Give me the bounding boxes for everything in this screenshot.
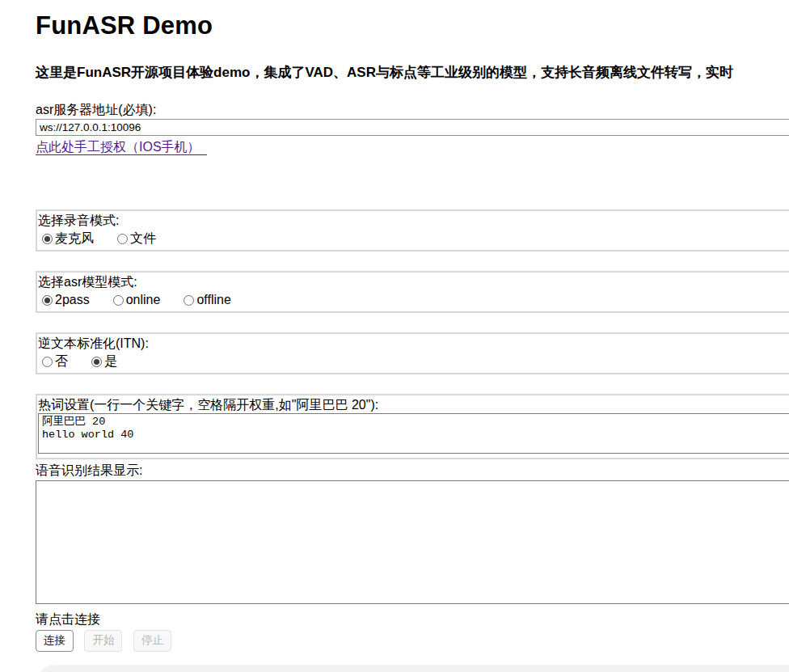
- rec-mode-section: 选择录音模式: 麦克风 文件: [36, 209, 789, 251]
- itn-options: 否 是: [37, 352, 789, 373]
- file-radio-label: 文件: [130, 230, 156, 247]
- control-buttons: 连接 开始 停止: [36, 630, 789, 652]
- radio-option-itn-no[interactable]: 否: [42, 353, 68, 370]
- connect-button[interactable]: 连接: [36, 630, 74, 652]
- mic-radio-label: 麦克风: [55, 230, 94, 247]
- itn-no-radio-icon[interactable]: [42, 357, 53, 367]
- result-label: 语音识别结果显示:: [36, 463, 789, 479]
- radio-option-file[interactable]: 文件: [117, 230, 156, 247]
- connection-status-text: 请点击连接: [36, 611, 789, 628]
- online-radio-icon[interactable]: [113, 295, 124, 306]
- itn-label: 逆文本标准化(ITN):: [37, 334, 789, 352]
- spacer: [36, 155, 789, 190]
- stop-button[interactable]: 停止: [133, 630, 171, 652]
- radio-option-online[interactable]: online: [113, 293, 161, 307]
- itn-yes-radio-icon[interactable]: [91, 357, 102, 367]
- radio-option-mic[interactable]: 麦克风: [42, 230, 94, 247]
- audio-player: 0:00 / 0:05: [36, 665, 789, 672]
- online-radio-label: online: [126, 293, 161, 307]
- intro-description: 这里是FunASR开源项目体验demo，集成了VAD、ASR与标点等工业级别的模…: [36, 63, 789, 82]
- main-content: FunASR Demo 这里是FunASR开源项目体验demo，集成了VAD、A…: [36, 11, 789, 672]
- file-radio-icon[interactable]: [117, 234, 128, 244]
- server-address-input[interactable]: [36, 119, 789, 136]
- hotword-label: 热词设置(一行一个关键字，空格隔开权重,如"阿里巴巴 20"):: [37, 395, 789, 413]
- offline-radio-label: offline: [196, 293, 230, 307]
- mic-radio-icon[interactable]: [42, 234, 53, 244]
- manual-auth-link[interactable]: 点此处手工授权（IOS手机）: [36, 140, 207, 155]
- rec-mode-label: 选择录音模式:: [37, 211, 789, 229]
- asr-mode-options: 2pass online offline: [37, 290, 789, 311]
- page-title: FunASR Demo: [36, 11, 789, 40]
- 2pass-radio-label: 2pass: [55, 293, 90, 307]
- itn-no-radio-label: 否: [55, 353, 68, 370]
- hotword-textarea[interactable]: 阿里巴巴 20 hello world 40: [38, 413, 789, 454]
- itn-yes-radio-label: 是: [104, 353, 117, 370]
- hotword-section: 热词设置(一行一个关键字，空格隔开权重,如"阿里巴巴 20"): 阿里巴巴 20…: [36, 394, 789, 459]
- radio-option-itn-yes[interactable]: 是: [91, 353, 117, 370]
- result-textarea[interactable]: [36, 480, 789, 604]
- radio-option-2pass[interactable]: 2pass: [42, 293, 90, 307]
- radio-option-offline[interactable]: offline: [184, 293, 230, 307]
- 2pass-radio-icon[interactable]: [42, 295, 53, 306]
- server-address-label: asr服务器地址(必填):: [36, 102, 789, 118]
- offline-radio-icon[interactable]: [184, 295, 194, 306]
- asr-mode-section: 选择asr模型模式: 2pass online offline: [36, 271, 789, 313]
- start-button[interactable]: 开始: [84, 630, 122, 652]
- asr-mode-label: 选择asr模型模式:: [37, 273, 789, 290]
- itn-section: 逆文本标准化(ITN): 否 是: [36, 332, 789, 374]
- rec-mode-options: 麦克风 文件: [37, 229, 789, 250]
